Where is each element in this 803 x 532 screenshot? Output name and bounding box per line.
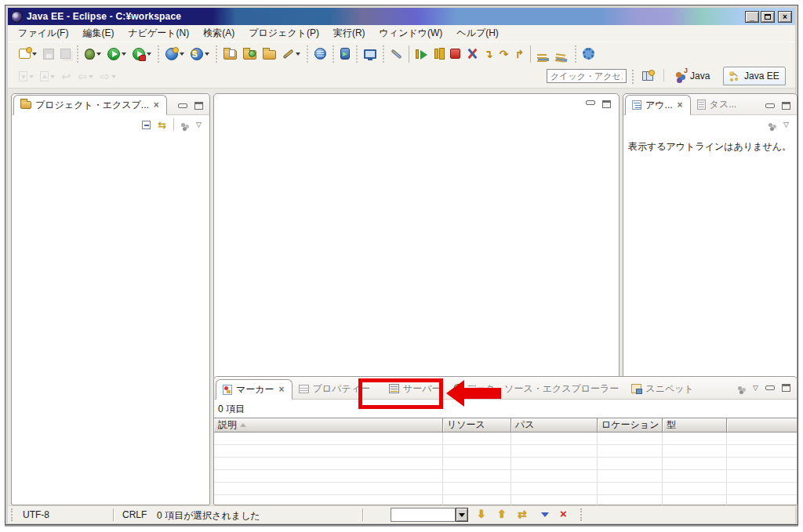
format-brush-button[interactable]: [282, 45, 301, 63]
table-cell: [598, 470, 663, 482]
table-cell: [727, 432, 797, 444]
debug-button[interactable]: [84, 45, 102, 63]
marker-filter-input[interactable]: [391, 508, 456, 522]
column-description[interactable]: 説明: [214, 418, 443, 432]
run-last-icon: [133, 48, 145, 60]
maximize-view-button[interactable]: [782, 102, 790, 110]
step-into-button[interactable]: ↴: [483, 45, 494, 63]
open-perspective-button[interactable]: [641, 67, 654, 85]
column-empty: [727, 418, 797, 432]
run-button[interactable]: [107, 45, 127, 63]
debug-settings-button[interactable]: [555, 45, 569, 63]
minimize-view-button[interactable]: [765, 103, 775, 108]
next-match-button[interactable]: ⬇: [477, 508, 486, 520]
close-icon[interactable]: ×: [278, 384, 285, 395]
menu-dropdown-icon[interactable]: [541, 512, 549, 517]
tab-outline[interactable]: アウ... ×: [625, 95, 691, 115]
step-over-button[interactable]: ↷: [499, 45, 510, 63]
step-return-button[interactable]: ↱: [514, 45, 525, 63]
menu-search[interactable]: 検索(A): [196, 25, 242, 42]
clear-button[interactable]: ×: [560, 508, 567, 519]
next-annotation-button[interactable]: [18, 68, 35, 85]
menu-file[interactable]: ファイル(F): [11, 25, 75, 42]
menu-navigate[interactable]: ナビゲート(N): [121, 25, 196, 42]
table-row[interactable]: [214, 483, 797, 495]
table-row[interactable]: [214, 445, 797, 458]
column-path[interactable]: パス: [511, 418, 598, 432]
editor-area[interactable]: [213, 93, 620, 379]
save-button[interactable]: [42, 45, 55, 63]
table-row[interactable]: [214, 470, 797, 483]
forward-button[interactable]: ⇨: [99, 68, 117, 85]
new-wizard-button[interactable]: [18, 45, 38, 63]
swap-button[interactable]: ⇄: [518, 508, 527, 520]
minimize-view-button[interactable]: [765, 385, 775, 390]
import-button[interactable]: [242, 45, 257, 63]
menu-help[interactable]: ヘルプ(H): [449, 25, 506, 42]
minimize-view-button[interactable]: [586, 100, 595, 105]
table-row[interactable]: [214, 432, 797, 445]
brush-icon: [282, 49, 293, 59]
view-dropdown-icon[interactable]: ▽: [753, 384, 758, 392]
maximize-view-button[interactable]: [782, 384, 790, 392]
javaee-perspective-button[interactable]: Java EE: [723, 67, 786, 85]
menu-project[interactable]: プロジェクト(P): [242, 25, 326, 42]
view-dropdown-icon[interactable]: ▽: [783, 121, 789, 128]
tab-markers[interactable]: マーカー ×: [216, 379, 292, 400]
show-filters-button[interactable]: [536, 45, 550, 63]
preferences-button[interactable]: [582, 45, 595, 63]
tab-tasks[interactable]: タス...: [691, 94, 743, 114]
java-perspective-button[interactable]: Java: [670, 67, 715, 85]
column-type[interactable]: 型: [663, 418, 727, 432]
maximize-view-button[interactable]: [194, 102, 203, 110]
tab-label: スニペット: [645, 382, 693, 396]
project-explorer-body[interactable]: [12, 134, 209, 502]
view-menu-icon[interactable]: [738, 386, 742, 390]
mark-occurrences-button[interactable]: [390, 45, 403, 63]
java-search-button[interactable]: [340, 45, 351, 63]
web-browser-button[interactable]: [314, 45, 327, 63]
menu-window[interactable]: ウィンドウ(W): [372, 25, 450, 42]
run-last-button[interactable]: [132, 45, 152, 63]
close-icon[interactable]: ×: [153, 100, 160, 110]
column-resource[interactable]: リソース: [443, 418, 511, 432]
terminate-button[interactable]: [449, 45, 461, 63]
disconnect-button[interactable]: [466, 45, 478, 63]
back-button[interactable]: ⇦: [77, 68, 95, 85]
link-with-editor-icon[interactable]: ⇆: [158, 120, 166, 130]
menu-run[interactable]: 実行(R): [326, 25, 372, 42]
previous-match-button[interactable]: ⬆: [497, 508, 507, 520]
table-row[interactable]: [214, 458, 797, 470]
suspend-icon: [434, 49, 438, 59]
view-menu-icon[interactable]: [181, 123, 185, 127]
export-button[interactable]: [262, 45, 277, 63]
project-explorer-panel: プロジェクト・エクスプ... × ⇆ ▽: [11, 93, 210, 505]
quick-access-input[interactable]: [547, 69, 627, 83]
close-icon[interactable]: ×: [677, 100, 684, 110]
minimize-button[interactable]: _: [745, 11, 759, 23]
suspend-button[interactable]: [434, 45, 445, 63]
new-web-service-button[interactable]: [165, 45, 185, 63]
filter-dropdown-button[interactable]: [456, 508, 468, 522]
maximize-button[interactable]: [761, 11, 775, 23]
annotation-arrow-icon: [446, 380, 501, 407]
tab-project-explorer[interactable]: プロジェクト・エクスプ... ×: [13, 95, 167, 115]
table-cell: [598, 445, 663, 457]
view-menu-icon[interactable]: [768, 123, 772, 127]
close-button[interactable]: ×: [778, 11, 792, 23]
previous-annotation-button[interactable]: [39, 68, 56, 85]
menu-edit[interactable]: 編集(E): [75, 25, 121, 42]
resume-button[interactable]: [415, 45, 429, 63]
tab-snippets[interactable]: スニペット: [625, 378, 699, 399]
column-location[interactable]: ロケーション: [598, 418, 663, 432]
console-button[interactable]: [363, 45, 377, 63]
sql-editor-button[interactable]: [190, 45, 210, 63]
collapse-all-icon[interactable]: [142, 121, 151, 129]
minimize-view-button[interactable]: [178, 103, 187, 108]
last-edit-location-button[interactable]: ↩: [60, 68, 72, 85]
maximize-view-button[interactable]: [602, 100, 611, 108]
open-resource-button[interactable]: [223, 45, 238, 63]
save-all-button[interactable]: [60, 45, 71, 63]
view-dropdown-icon[interactable]: ▽: [196, 121, 202, 128]
table-cell: [511, 470, 598, 482]
